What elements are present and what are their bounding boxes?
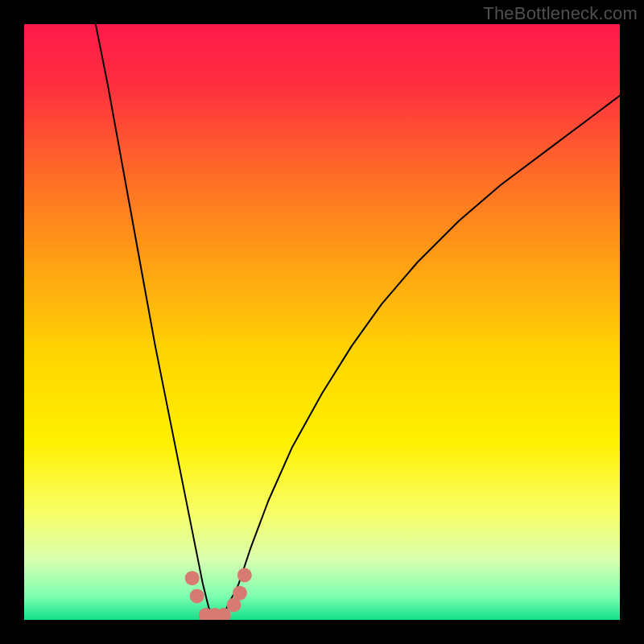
valley-marker [185,571,200,585]
chart-frame: TheBottleneck.com [0,0,644,644]
plot-area [24,24,620,620]
valley-marker [237,568,252,583]
valley-marker [190,588,204,603]
watermark-text: TheBottleneck.com [483,3,638,24]
valley-marker [233,586,247,601]
plot-svg [24,24,620,620]
